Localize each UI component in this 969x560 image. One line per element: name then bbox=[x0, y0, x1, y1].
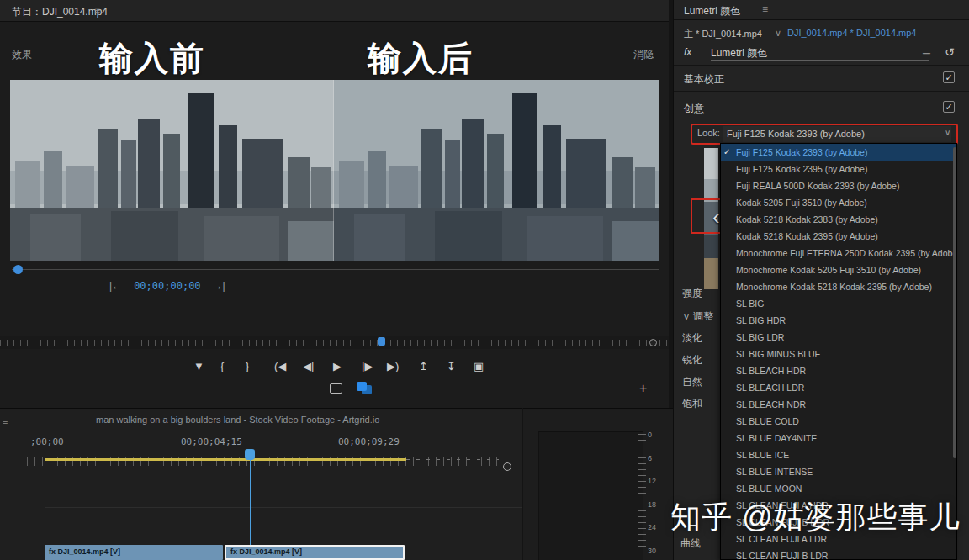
fx-badge-icon: fx bbox=[684, 46, 691, 58]
lift-icon[interactable]: ↥ bbox=[419, 360, 428, 372]
mini-scroll-knob[interactable] bbox=[649, 339, 657, 346]
audio-meter bbox=[538, 431, 643, 560]
workarea-bar[interactable] bbox=[45, 458, 406, 461]
go-to-out-icon[interactable]: ▶) bbox=[387, 360, 399, 372]
add-marker-icon[interactable]: ▼ bbox=[193, 360, 204, 372]
play-icon[interactable]: ▶ bbox=[333, 360, 342, 372]
edge-right-text: 消隐 bbox=[633, 48, 654, 62]
tab-lumetri-color[interactable]: Lumetri 颜色 bbox=[684, 4, 740, 18]
lumetri-color-panel: Lumetri 颜色 ≡ 主 * DJI_0014.mp4 ∨ DJI_0014… bbox=[673, 0, 969, 560]
comparison-tool-icon[interactable] bbox=[330, 383, 342, 394]
look-dropdown-item[interactable]: Fuji REALA 500D Kodak 2393 (by Adobe) bbox=[721, 177, 956, 194]
look-dropdown-item[interactable]: Monochrome Kodak 5205 Fuji 3510 (by Adob… bbox=[721, 262, 956, 278]
check-icon: ✓ bbox=[723, 144, 730, 161]
city-skyline-image bbox=[10, 80, 659, 261]
export-frame-icon[interactable]: ▣ bbox=[474, 360, 484, 372]
go-out-trim-icon[interactable]: →| bbox=[213, 280, 225, 292]
section-creative[interactable]: 创意 bbox=[684, 102, 704, 116]
look-dropdown-item[interactable]: SL BLEACH LDR bbox=[721, 379, 956, 396]
look-dropdown-item[interactable]: Fuji F125 Kodak 2393 (by Adobe)✓ bbox=[721, 144, 956, 161]
divider bbox=[711, 60, 929, 61]
timeline-scroll-knob[interactable] bbox=[503, 462, 511, 471]
creative-slider-label: 淡化 bbox=[682, 331, 721, 346]
timeline-playhead[interactable] bbox=[245, 449, 255, 460]
look-dropdown-item[interactable]: Fuji F125 Kodak 2395 (by Adobe) bbox=[721, 161, 956, 177]
audio-db-scale bbox=[638, 434, 646, 556]
look-dropdown-item[interactable]: SL BLUE ICE bbox=[721, 446, 956, 463]
reset-icon[interactable]: ↺ bbox=[945, 45, 955, 59]
look-dropdown-item[interactable]: SL BLEACH HDR bbox=[721, 362, 956, 379]
section-curves[interactable]: 曲线 bbox=[680, 536, 701, 551]
db-label: 18 bbox=[648, 500, 656, 509]
step-forward-icon[interactable]: |▶ bbox=[362, 360, 373, 372]
basic-correction-checkbox[interactable]: ✓ bbox=[943, 71, 955, 83]
divider bbox=[674, 91, 969, 92]
program-playhead[interactable] bbox=[378, 337, 385, 346]
creative-slider-label: ∨ 调整 bbox=[682, 309, 721, 324]
timeline-grip-icon[interactable]: ≡ bbox=[3, 416, 8, 426]
look-dropdown-item[interactable]: SL BLUE MOON bbox=[721, 480, 956, 497]
look-dropdown-item[interactable]: SL CLEAN FUJI B LDR bbox=[721, 547, 956, 560]
program-video-frame[interactable] bbox=[10, 80, 659, 261]
panel-menu-icon[interactable]: ≡ bbox=[762, 3, 768, 15]
db-label: 12 bbox=[648, 477, 656, 485]
timeline-panel: ≡ man walking on a big boulders land - S… bbox=[0, 408, 522, 560]
section-basic-correction[interactable]: 基本校正 bbox=[684, 72, 724, 87]
go-to-in-icon[interactable]: (◀ bbox=[274, 360, 286, 372]
timeline-clip[interactable]: fx DJI_0014.mp4 [V] bbox=[45, 545, 223, 560]
clip-selector-row: 主 * DJI_0014.mp4 ∨ DJI_0014.mp4 * DJI_00… bbox=[674, 25, 969, 42]
look-dropdown-item[interactable]: SL BIG bbox=[721, 295, 956, 312]
db-label: 0 bbox=[648, 431, 652, 439]
look-dropdown-item[interactable]: SL BLUE DAY4NITE bbox=[721, 430, 956, 446]
ruler-label: 00;00;04;15 bbox=[181, 436, 242, 447]
ruler-label: ;00;00 bbox=[30, 436, 64, 447]
add-button[interactable]: + bbox=[639, 381, 647, 396]
mark-out-icon[interactable]: } bbox=[246, 360, 249, 372]
effect-header-row: fx Lumetri 颜色 – ↺ bbox=[674, 44, 969, 62]
look-dropdown-item[interactable]: SL BIG LDR bbox=[721, 329, 956, 346]
go-in-trim-icon[interactable]: |← bbox=[109, 280, 122, 292]
sequence-title: man walking on a big boulders land - Sto… bbox=[96, 415, 379, 425]
program-mini-timeline[interactable] bbox=[0, 336, 669, 349]
overlay-before-label: 输入前 bbox=[99, 35, 205, 82]
look-dropdown-item[interactable]: Kodak 5218 Kodak 2383 (by Adobe) bbox=[721, 211, 956, 228]
chevron-down-icon[interactable]: ∨ bbox=[775, 28, 781, 39]
track-divider bbox=[45, 507, 522, 508]
look-dropdown-item[interactable]: Monochrome Kodak 5218 Kodak 2395 (by Ado… bbox=[721, 278, 956, 295]
zhihu-watermark: 知乎 @姑婆那些事儿 bbox=[670, 497, 961, 538]
creative-checkbox[interactable]: ✓ bbox=[943, 101, 955, 113]
trim-timecode: 00;00;00;00 bbox=[134, 280, 200, 292]
edge-left-text: 效果 bbox=[12, 48, 32, 62]
look-dropdown-item[interactable]: SL BLUE COLD bbox=[721, 413, 956, 430]
program-scrub-knob[interactable] bbox=[13, 265, 23, 274]
step-back-icon[interactable]: ◀| bbox=[303, 360, 314, 372]
db-label: 24 bbox=[648, 523, 656, 531]
db-label: 30 bbox=[648, 547, 656, 555]
workarea-dashes bbox=[406, 459, 499, 460]
look-dropdown-item[interactable]: Monochrome Fuji ETERNA 250D Kodak 2395 (… bbox=[721, 245, 956, 262]
panel-menu-icon[interactable]: ≡ bbox=[94, 4, 100, 16]
look-dropdown-item[interactable]: Kodak 5205 Fuji 3510 (by Adobe) bbox=[721, 194, 956, 211]
look-dropdown-item[interactable]: SL BLUE INTENSE bbox=[721, 463, 956, 480]
look-dropdown-item[interactable]: SL BLEACH NDR bbox=[721, 396, 956, 413]
program-tabbar: 节目：DJI_0014.mp4 ≡ bbox=[0, 0, 669, 22]
dropdown-scrollbar[interactable] bbox=[953, 147, 956, 458]
track-divider bbox=[45, 531, 522, 531]
audio-meters-panel: 0612182430 bbox=[523, 408, 673, 560]
tab-program[interactable]: 节目：DJI_0014.mp4 bbox=[12, 5, 108, 19]
overlap-squares-icon[interactable] bbox=[357, 382, 367, 391]
red-annotation-box bbox=[691, 124, 958, 145]
look-dropdown-item[interactable]: Kodak 5218 Kodak 2395 (by Adobe) bbox=[721, 228, 956, 245]
creative-slider-label: 自然 bbox=[682, 375, 721, 389]
effect-name: Lumetri 颜色 bbox=[711, 46, 767, 61]
program-scrub-bar[interactable] bbox=[12, 269, 659, 270]
program-monitor-panel: 节目：DJI_0014.mp4 ≡ 效果 消隐 输入前 输入后 bbox=[0, 0, 669, 408]
look-dropdown-item[interactable]: SL BIG MINUS BLUE bbox=[721, 346, 956, 362]
extract-icon[interactable]: ↧ bbox=[447, 360, 456, 372]
sequence-clip-label[interactable]: DJI_0014.mp4 * DJI_0014.mp4 bbox=[787, 28, 916, 38]
master-clip-label[interactable]: 主 * DJI_0014.mp4 bbox=[684, 28, 762, 40]
mark-in-icon[interactable]: { bbox=[220, 360, 224, 372]
timeline-clip[interactable]: fx DJI_0014.mp4 [V] bbox=[225, 545, 405, 560]
creative-slider-label: 饱和 bbox=[682, 397, 721, 411]
look-dropdown-item[interactable]: SL BIG HDR bbox=[721, 312, 956, 329]
